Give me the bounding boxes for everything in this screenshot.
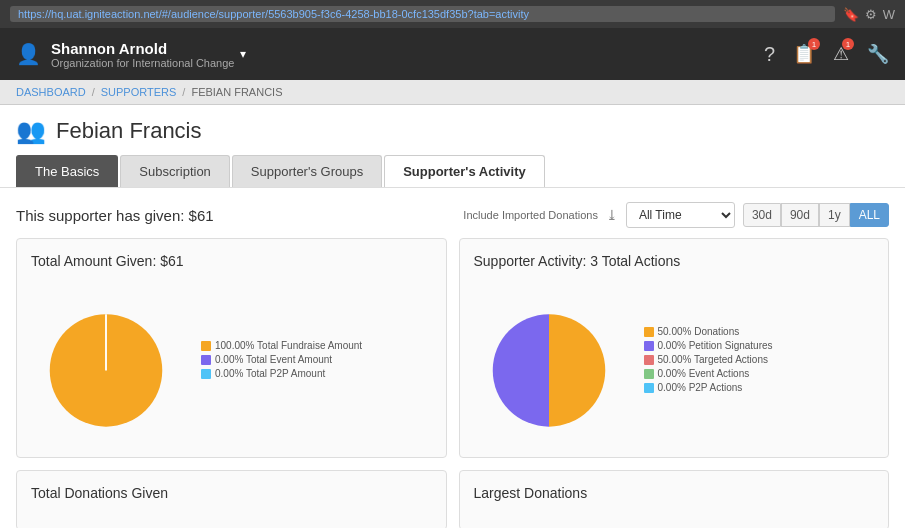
time-buttons: 30d 90d 1y ALL: [743, 203, 889, 227]
person-icon: 👥: [16, 117, 46, 145]
right-legend-dot-2: [644, 355, 654, 365]
filter-controls: Include Imported Donations ⤓ All Time La…: [463, 202, 889, 228]
wrench-icon: 🔧: [867, 44, 889, 64]
legend-dot-1: [201, 355, 211, 365]
user-name: Shannon Arnold: [51, 40, 167, 57]
tab-subscription[interactable]: Subscription: [120, 155, 230, 187]
chart-left-legend: 100.00% Total Fundraise Amount 0.00% Tot…: [201, 340, 362, 382]
browser-icons: 🔖 ⚙ W: [843, 7, 895, 22]
tab-supporters-groups[interactable]: Supporter's Groups: [232, 155, 382, 187]
time-btn-all[interactable]: ALL: [850, 203, 889, 227]
legend-text-2: 0.00% Total P2P Amount: [215, 368, 325, 379]
charts-row: Total Amount Given: $61 100.00% Total Fu…: [16, 238, 889, 458]
chart-right-svg: [474, 281, 624, 441]
bottom-right-title: Largest Donations: [474, 485, 875, 501]
alerts-button[interactable]: ⚠ 1: [833, 43, 849, 65]
right-legend-dot-4: [644, 383, 654, 393]
browser-bar: https://hq.uat.igniteaction.net/#/audien…: [0, 0, 905, 28]
chart-card-right: Supporter Activity: 3 Total Actions 50.0…: [459, 238, 890, 458]
legend-text-1: 0.00% Total Event Amount: [215, 354, 332, 365]
alerts-badge: 1: [842, 38, 854, 50]
legend-item-1: 0.00% Total Event Amount: [201, 354, 362, 365]
chart-right-area: 50.00% Donations 0.00% Petition Signatur…: [474, 281, 875, 441]
url-bar[interactable]: https://hq.uat.igniteaction.net/#/audien…: [10, 6, 835, 22]
right-legend-item-0: 50.00% Donations: [644, 326, 773, 337]
user-avatar-icon: 👤: [16, 42, 41, 66]
breadcrumb-current: FEBIAN FRANCIS: [191, 86, 282, 98]
bottom-card-left: Total Donations Given: [16, 470, 447, 528]
time-btn-1y[interactable]: 1y: [819, 203, 850, 227]
chart-right-title: Supporter Activity: 3 Total Actions: [474, 253, 875, 269]
tabs-bar: The Basics Subscription Supporter's Grou…: [16, 155, 889, 187]
right-legend-item-2: 50.00% Targeted Actions: [644, 354, 773, 365]
import-label: Include Imported Donations: [463, 209, 598, 221]
header-icons: ? 📋 1 ⚠ 1 🔧: [764, 43, 889, 66]
main-content: This supporter has given: $61 Include Im…: [0, 188, 905, 528]
refresh-icon[interactable]: ⚙: [865, 7, 877, 22]
breadcrumb: DASHBOARD / SUPPORTERS / FEBIAN FRANCIS: [0, 80, 905, 105]
right-legend-text-0: 50.00% Donations: [658, 326, 740, 337]
right-legend-text-4: 0.00% P2P Actions: [658, 382, 743, 393]
given-summary: This supporter has given: $61: [16, 207, 214, 224]
breadcrumb-sep-2: /: [182, 86, 185, 98]
right-legend-item-3: 0.00% Event Actions: [644, 368, 773, 379]
bottom-card-right: Largest Donations: [459, 470, 890, 528]
user-dropdown-chevron[interactable]: ▾: [240, 47, 246, 61]
right-legend-dot-0: [644, 327, 654, 337]
help-button[interactable]: ?: [764, 43, 775, 66]
bottom-row: Total Donations Given Largest Donations: [16, 470, 889, 528]
breadcrumb-dashboard[interactable]: DASHBOARD: [16, 86, 86, 98]
right-legend-text-2: 50.00% Targeted Actions: [658, 354, 768, 365]
chart-left-title: Total Amount Given: $61: [31, 253, 432, 269]
chart-left-area: 100.00% Total Fundraise Amount 0.00% Tot…: [31, 281, 432, 441]
breadcrumb-supporters[interactable]: SUPPORTERS: [101, 86, 177, 98]
chart-left-svg: [31, 281, 181, 441]
legend-item-0: 100.00% Total Fundraise Amount: [201, 340, 362, 351]
time-btn-30d[interactable]: 30d: [743, 203, 781, 227]
content-top-bar: This supporter has given: $61 Include Im…: [16, 202, 889, 228]
legend-dot-2: [201, 369, 211, 379]
legend-item-2: 0.00% Total P2P Amount: [201, 368, 362, 379]
legend-dot-0: [201, 341, 211, 351]
tab-the-basics[interactable]: The Basics: [16, 155, 118, 187]
page-title: 👥 Febian Francis: [16, 117, 889, 145]
supporter-name: Febian Francis: [56, 118, 202, 144]
settings-button[interactable]: 🔧: [867, 43, 889, 65]
time-btn-90d[interactable]: 90d: [781, 203, 819, 227]
url-text: https://hq.uat.igniteaction.net/#/audien…: [18, 8, 529, 20]
right-legend-dot-3: [644, 369, 654, 379]
time-filter-select[interactable]: All Time Last 30 Days Last 90 Days Last …: [626, 202, 735, 228]
user-info: 👤 Shannon Arnold Organization for Intern…: [16, 40, 246, 69]
chart-right-legend: 50.00% Donations 0.00% Petition Signatur…: [644, 326, 773, 396]
user-details: Shannon Arnold Organization for Internat…: [51, 40, 234, 69]
page-title-section: 👥 Febian Francis The Basics Subscription…: [0, 105, 905, 188]
legend-text-0: 100.00% Total Fundraise Amount: [215, 340, 362, 351]
breadcrumb-sep-1: /: [92, 86, 95, 98]
menu-icon[interactable]: W: [883, 7, 895, 22]
bottom-left-title: Total Donations Given: [31, 485, 432, 501]
chart-card-left: Total Amount Given: $61 100.00% Total Fu…: [16, 238, 447, 458]
bookmark-icon[interactable]: 🔖: [843, 7, 859, 22]
right-legend-item-1: 0.00% Petition Signatures: [644, 340, 773, 351]
right-legend-item-4: 0.00% P2P Actions: [644, 382, 773, 393]
app-header: 👤 Shannon Arnold Organization for Intern…: [0, 28, 905, 80]
notifications-button[interactable]: 📋 1: [793, 43, 815, 65]
notifications-badge: 1: [808, 38, 820, 50]
user-org: Organization for International Change: [51, 57, 234, 69]
right-legend-dot-1: [644, 341, 654, 351]
right-legend-text-1: 0.00% Petition Signatures: [658, 340, 773, 351]
right-legend-text-3: 0.00% Event Actions: [658, 368, 750, 379]
import-icon[interactable]: ⤓: [606, 207, 618, 223]
tab-supporters-activity[interactable]: Supporter's Activity: [384, 155, 545, 187]
